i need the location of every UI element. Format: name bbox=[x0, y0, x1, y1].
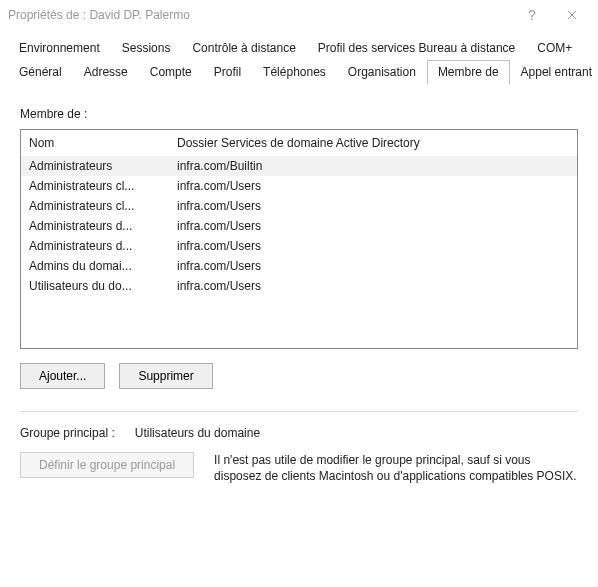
remove-button[interactable]: Supprimer bbox=[119, 363, 212, 389]
tab-organisation[interactable]: Organisation bbox=[337, 60, 427, 85]
cell-folder: infra.com/Users bbox=[177, 219, 569, 233]
member-of-list[interactable]: Nom Dossier Services de domaine Active D… bbox=[20, 129, 578, 349]
table-row[interactable]: Administrateurs cl...infra.com/Users bbox=[21, 176, 577, 196]
table-row[interactable]: Administrateurs d...infra.com/Users bbox=[21, 236, 577, 256]
cell-folder: infra.com/Users bbox=[177, 179, 569, 193]
cell-name: Administrateurs d... bbox=[29, 219, 177, 233]
primary-group-label: Groupe principal : bbox=[20, 426, 115, 440]
tab-profil[interactable]: Profil bbox=[203, 60, 252, 85]
tab-compte[interactable]: Compte bbox=[139, 60, 203, 85]
primary-group-value: Utilisateurs du domaine bbox=[135, 426, 260, 440]
tab-membre-de[interactable]: Membre de bbox=[427, 60, 510, 85]
cell-name: Administrateurs d... bbox=[29, 239, 177, 253]
primary-group-note: Il n'est pas utile de modifier le groupe… bbox=[214, 452, 578, 484]
tab-environnement[interactable]: Environnement bbox=[8, 36, 111, 60]
tabstrip: EnvironnementSessionsContrôle à distance… bbox=[0, 30, 598, 85]
cell-name: Utilisateurs du do... bbox=[29, 279, 177, 293]
table-row[interactable]: Utilisateurs du do...infra.com/Users bbox=[21, 276, 577, 296]
cell-name: Administrateurs bbox=[29, 159, 177, 173]
close-icon bbox=[567, 10, 577, 20]
cell-name: Administrateurs cl... bbox=[29, 199, 177, 213]
close-button[interactable] bbox=[552, 0, 592, 30]
list-header[interactable]: Nom Dossier Services de domaine Active D… bbox=[21, 130, 577, 156]
table-row[interactable]: Administrateurs d...infra.com/Users bbox=[21, 216, 577, 236]
table-row[interactable]: Admins du domai...infra.com/Users bbox=[21, 256, 577, 276]
help-button[interactable]: ? bbox=[512, 0, 552, 30]
column-header-name[interactable]: Nom bbox=[29, 136, 177, 150]
titlebar: Propriétés de : David DP. Palermo ? bbox=[0, 0, 598, 30]
add-button[interactable]: Ajouter... bbox=[20, 363, 105, 389]
table-row[interactable]: Administrateursinfra.com/Builtin bbox=[21, 156, 577, 176]
tab-adresse[interactable]: Adresse bbox=[73, 60, 139, 85]
cell-folder: infra.com/Users bbox=[177, 259, 569, 273]
cell-name: Administrateurs cl... bbox=[29, 179, 177, 193]
set-primary-group-button: Définir le groupe principal bbox=[20, 452, 194, 478]
table-row[interactable]: Administrateurs cl...infra.com/Users bbox=[21, 196, 577, 216]
tab-complus[interactable]: COM+ bbox=[526, 36, 583, 60]
member-of-label: Membre de : bbox=[20, 107, 578, 121]
cell-folder: infra.com/Builtin bbox=[177, 159, 569, 173]
cell-folder: infra.com/Users bbox=[177, 239, 569, 253]
tab-profil-bureau[interactable]: Profil des services Bureau à distance bbox=[307, 36, 526, 60]
tab-sessions[interactable]: Sessions bbox=[111, 36, 182, 60]
tab-general[interactable]: Général bbox=[8, 60, 73, 85]
window-title: Propriétés de : David DP. Palermo bbox=[8, 8, 512, 22]
tab-controle[interactable]: Contrôle à distance bbox=[181, 36, 306, 60]
cell-name: Admins du domai... bbox=[29, 259, 177, 273]
tab-telephones[interactable]: Téléphones bbox=[252, 60, 337, 85]
cell-folder: infra.com/Users bbox=[177, 199, 569, 213]
tab-appel-entrant[interactable]: Appel entrant bbox=[510, 60, 598, 85]
tab-content-membre-de: Membre de : Nom Dossier Services de doma… bbox=[0, 85, 598, 494]
cell-folder: infra.com/Users bbox=[177, 279, 569, 293]
divider bbox=[20, 411, 578, 412]
column-header-folder[interactable]: Dossier Services de domaine Active Direc… bbox=[177, 136, 569, 150]
